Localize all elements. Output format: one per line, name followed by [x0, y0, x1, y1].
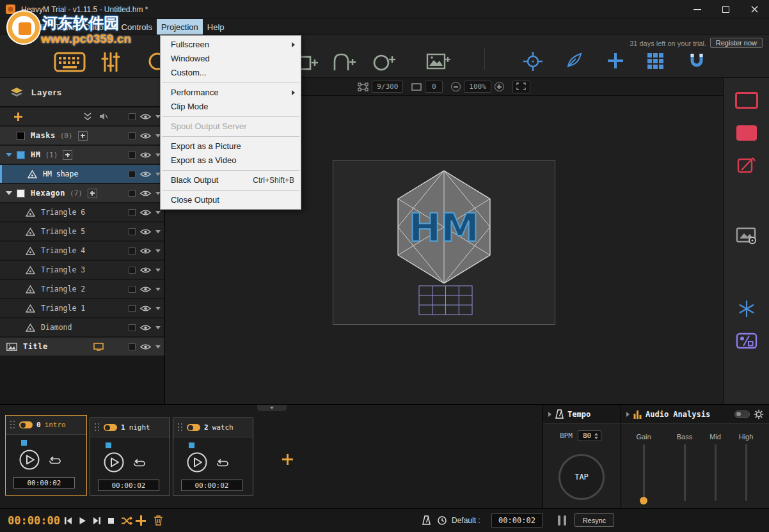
- layer-select-checkbox[interactable]: [129, 171, 136, 178]
- menu-options[interactable]: Options: [79, 19, 117, 35]
- menu-file[interactable]: File: [5, 19, 28, 35]
- grid-icon[interactable]: [647, 53, 663, 69]
- layer-row-triangle-6[interactable]: Triangle 6: [0, 203, 164, 221]
- chevron-down-icon[interactable]: [155, 307, 161, 310]
- chevron-down-icon[interactable]: [155, 269, 161, 272]
- sequence-toggle[interactable]: [104, 424, 117, 431]
- visibility-eye-icon[interactable]: [140, 171, 151, 178]
- layer-color-swatch[interactable]: [17, 189, 25, 198]
- layer-row-title[interactable]: Title: [0, 338, 164, 356]
- layer-select-checkbox[interactable]: [129, 267, 136, 274]
- add-arch-icon[interactable]: [333, 52, 357, 72]
- mute-all-icon[interactable]: [99, 113, 108, 120]
- default-duration-input[interactable]: 00:00:02: [491, 513, 543, 528]
- layer-select-checkbox[interactable]: [129, 152, 136, 159]
- menu-help[interactable]: Help: [203, 19, 229, 35]
- panel-collapse-tab[interactable]: [257, 405, 287, 411]
- menu-item-export-video[interactable]: Export as a Video: [161, 153, 301, 168]
- drag-handle-icon[interactable]: [178, 423, 183, 432]
- add-layer-button[interactable]: [14, 113, 22, 121]
- layer-select-checkbox[interactable]: [129, 343, 136, 350]
- visibility-eye-icon[interactable]: [140, 228, 151, 235]
- chevron-down-icon[interactable]: [155, 211, 161, 214]
- layer-color-swatch[interactable]: [17, 151, 25, 159]
- outline-shape-tool[interactable]: [724, 92, 769, 109]
- collapse-all-icon[interactable]: [83, 113, 92, 120]
- layer-select-checkbox[interactable]: [129, 286, 136, 293]
- loop-button[interactable]: [132, 458, 147, 468]
- output-display-icon[interactable]: [93, 343, 104, 351]
- sequence-toggle[interactable]: [19, 421, 33, 428]
- layer-row-triangle-5[interactable]: Triangle 5: [0, 223, 164, 240]
- add-shape-button[interactable]: [88, 189, 97, 198]
- layer-select-checkbox[interactable]: [129, 209, 136, 216]
- gear-icon[interactable]: [754, 409, 764, 419]
- register-now-button[interactable]: Register now: [710, 38, 763, 48]
- menu-item-black-output[interactable]: Black OutputCtrl+Shift+B: [161, 173, 301, 187]
- trash-icon[interactable]: [154, 515, 163, 526]
- visibility-eye-icon[interactable]: [140, 209, 151, 216]
- layer-row-hexagon[interactable]: Hexagon (7): [0, 184, 164, 202]
- chevron-down-icon[interactable]: [155, 288, 161, 291]
- add-sequence-transport-button[interactable]: [136, 515, 146, 526]
- sequence-toggle[interactable]: [187, 424, 200, 431]
- menu-item-performance[interactable]: Performance: [161, 86, 301, 100]
- slider-track[interactable]: [643, 444, 645, 501]
- sequence-thumbnail[interactable]: [21, 440, 27, 446]
- expand-arrow-icon[interactable]: [548, 412, 551, 417]
- shuffle-button[interactable]: [121, 517, 132, 525]
- visibility-eye-icon[interactable]: [140, 132, 151, 139]
- bpm-spinner[interactable]: [594, 433, 598, 439]
- media-settings-tool[interactable]: [724, 227, 769, 245]
- menu-item-clip-mode[interactable]: Clip Mode: [161, 100, 301, 114]
- add-image-icon[interactable]: [426, 53, 450, 71]
- slider-knob[interactable]: [640, 497, 647, 505]
- layer-row-triangle-3[interactable]: Triangle 3: [0, 261, 164, 279]
- tap-button[interactable]: TAP: [559, 454, 605, 500]
- sequence-card-intro[interactable]: 0 intro 00:00:02: [5, 415, 87, 496]
- slider-track[interactable]: [715, 444, 717, 501]
- drag-handle-icon[interactable]: [10, 421, 15, 429]
- collapse-arrow-icon[interactable]: [6, 153, 12, 157]
- stop-button[interactable]: [107, 517, 115, 524]
- bass-slider[interactable]: Bass: [670, 433, 699, 501]
- chevron-down-icon[interactable]: [155, 230, 161, 233]
- visibility-eye-icon[interactable]: [140, 247, 151, 254]
- sequence-thumbnail[interactable]: [106, 442, 111, 448]
- layer-select-checkbox[interactable]: [129, 305, 136, 312]
- menu-item-export-picture[interactable]: Export as a Picture: [161, 139, 301, 153]
- visibility-eye-icon[interactable]: [140, 152, 151, 159]
- play-button[interactable]: [19, 449, 40, 471]
- slider-track[interactable]: [684, 444, 686, 501]
- feather-icon[interactable]: [566, 51, 583, 69]
- layer-select-checkbox[interactable]: [129, 247, 136, 254]
- transitions-tool[interactable]: [724, 332, 769, 349]
- edit-appearance-tool[interactable]: [724, 156, 769, 174]
- layer-row-hm[interactable]: HM (1): [0, 146, 164, 164]
- layer-row-triangle-2[interactable]: Triangle 2: [0, 280, 164, 298]
- skip-end-button[interactable]: [93, 517, 101, 525]
- layer-row-triangle-4[interactable]: Triangle 4: [0, 242, 164, 260]
- add-shape-button[interactable]: [78, 131, 88, 141]
- menu-projection[interactable]: Projection: [157, 19, 203, 35]
- play-transport-button[interactable]: [79, 517, 86, 525]
- projection-preview-area[interactable]: HM: [333, 160, 555, 325]
- gain-slider[interactable]: Gain: [630, 433, 658, 501]
- layer-select-checkbox[interactable]: [129, 228, 136, 235]
- menu-item-custom[interactable]: Custom...: [161, 66, 301, 80]
- layer-row-triangle-1[interactable]: Triangle 1: [0, 299, 164, 317]
- play-button[interactable]: [186, 451, 208, 473]
- keyboard-icon[interactable]: [54, 52, 86, 72]
- layer-color-swatch[interactable]: [17, 132, 25, 140]
- layer-select-checkbox[interactable]: [129, 113, 136, 120]
- add-sequence-button[interactable]: [282, 454, 293, 465]
- sequence-thumbnail[interactable]: [189, 442, 194, 448]
- audio-analysis-toggle[interactable]: [734, 411, 750, 418]
- magnet-icon[interactable]: [688, 52, 705, 70]
- slider-track[interactable]: [745, 444, 747, 501]
- chevron-down-icon[interactable]: [155, 249, 161, 253]
- sliders-icon[interactable]: [101, 51, 120, 73]
- add-circle-icon[interactable]: [372, 52, 397, 72]
- layer-row-diamond[interactable]: Diamond: [0, 318, 164, 336]
- fill-shape-tool[interactable]: [724, 125, 769, 141]
